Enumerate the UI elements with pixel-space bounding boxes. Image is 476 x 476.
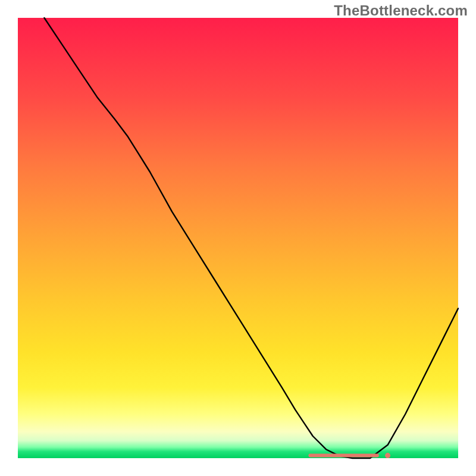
bottleneck-curve <box>44 18 458 458</box>
chart-overlay-svg <box>18 18 458 458</box>
chart-container: TheBottleneck.com <box>0 0 476 476</box>
optimal-band-marker <box>308 454 378 458</box>
optimal-point-marker <box>385 453 390 458</box>
watermark-text: TheBottleneck.com <box>334 2 468 19</box>
